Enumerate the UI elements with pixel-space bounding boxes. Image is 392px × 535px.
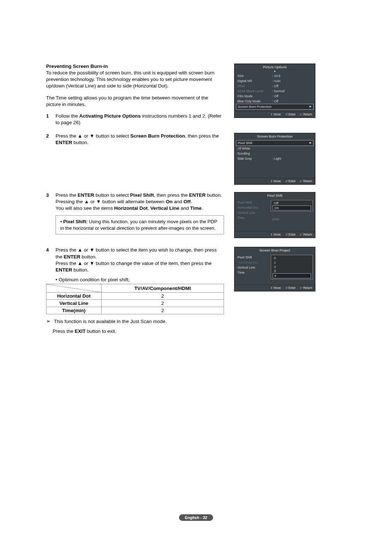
- step-3: 3 Press the ENTER button to select Pixel…: [46, 192, 224, 212]
- step-4: 4 Press the ▲ or ▼ button to select the …: [46, 247, 224, 273]
- exit-instruction: Press the EXIT button to exit.: [53, 328, 224, 335]
- enter-icon: Enter: [285, 286, 296, 290]
- osd-row-dnie: DNIe: Off: [234, 83, 315, 89]
- osd-opt-3[interactable]: 3: [273, 269, 311, 273]
- step-bold: Screen Burn Protection: [130, 133, 185, 139]
- table-col-header: TV/AV/Component/HDMI: [102, 284, 224, 293]
- osd-title: Pixel Shift: [234, 192, 315, 199]
- osd-row-all-white: All White: [234, 146, 315, 151]
- osd-row-pixel-shift[interactable]: Pixel Shift►: [236, 140, 314, 146]
- step-text: Press the ▲ or ▼ button to select: [56, 133, 130, 139]
- section-title: Preventing Screen Burn-in: [46, 64, 224, 69]
- table-corner: [46, 284, 102, 293]
- osd-footer: Move Enter Return: [234, 285, 315, 291]
- osd-left-horizontal-dot: Horizontal Dot: [237, 205, 269, 210]
- chevron-right-icon: ►: [309, 141, 312, 144]
- step-text: button.: [72, 140, 89, 145]
- osd-row-scrolling: Scrolling: [234, 151, 315, 156]
- osd-left-pixel-shift: Pixel Shift: [237, 200, 269, 205]
- step-2: 2 Press the ▲ or ▼ button to select Scre…: [46, 133, 224, 146]
- osd-left-horizontal-dot: Horizontal Dot: [237, 260, 269, 265]
- step-number: 1: [46, 113, 50, 126]
- table-row: Vertical Line 2: [46, 300, 224, 307]
- osd-row-size: Size: 16:9: [234, 73, 315, 78]
- enter-icon: Enter: [285, 179, 296, 183]
- step-number: 3: [46, 192, 50, 212]
- return-icon: Return: [300, 286, 312, 290]
- osd-opt-off[interactable]: Off: [273, 201, 311, 205]
- intro-paragraph-1: To reduce the possibility of screen burn…: [46, 70, 224, 90]
- osd-row-hdmi-black: HDMI Black Level: Normal: [234, 89, 315, 94]
- osd-footer: Move Enter Return: [234, 231, 315, 238]
- step-text: , then press the: [185, 133, 219, 139]
- table-row: Time(min) 2: [46, 307, 224, 314]
- osd-option-box: Off On: [271, 200, 313, 212]
- osd-title: Screen Burn Protection: [234, 133, 315, 139]
- return-icon: Return: [300, 113, 312, 116]
- optimum-condition-table: TV/AV/Component/HDMI Horizontal Dot 2 Ve…: [46, 284, 224, 314]
- osd-left-time: Time: [237, 270, 269, 275]
- note-just-scan: ➢ This function is not available in the …: [46, 317, 224, 325]
- step-text: Follow the: [56, 113, 79, 119]
- pointer-icon: ➢: [46, 317, 53, 325]
- osd-left-pixel-shift: Pixel Shift: [237, 255, 269, 260]
- manual-page: Preventing Screen Burn-in To reduce the …: [0, 0, 392, 535]
- chevron-right-icon: ►: [309, 105, 312, 108]
- osd-left-time: Time: [237, 215, 269, 220]
- return-icon: Return: [300, 179, 312, 183]
- osd-row-screen-burn[interactable]: Screen Burn Protection►: [236, 104, 314, 110]
- step-bold: Activating Picture Options: [79, 113, 141, 119]
- osd-footer: Move Enter Return: [234, 111, 315, 118]
- osd-left-vertical-line: Vertical Line: [237, 210, 269, 215]
- osd-picture-options: Picture Options ▲ Size: 16:9 Digital NR:…: [234, 64, 315, 118]
- move-icon: Move: [270, 179, 281, 183]
- step-number: 2: [46, 133, 50, 146]
- osd-pixel-shift: Pixel Shift Pixel Shift Horizontal Dot V…: [234, 192, 315, 238]
- step-1: 1 Follow the Activating Picture Options …: [46, 113, 224, 126]
- osd-opt-4[interactable]: 4: [273, 273, 311, 278]
- osd-title: Screen Brun Project: [234, 247, 315, 253]
- return-icon: Return: [300, 233, 312, 236]
- move-icon: Move: [270, 113, 281, 116]
- osd-footer: Move Enter Return: [234, 178, 315, 184]
- move-icon: Move: [270, 286, 281, 290]
- osd-option-box: 0 1 2 3 4: [271, 255, 313, 279]
- enter-icon: Enter: [285, 113, 296, 116]
- osd-opt-0[interactable]: 0: [273, 256, 311, 260]
- osd-screen-brun-project: Screen Brun Project Pixel Shift Horizont…: [234, 247, 315, 291]
- table-row: Horizontal Dot 2: [46, 293, 224, 300]
- osd-screen-burn-protection: Screen Burn Protection Pixel Shift► All …: [234, 133, 315, 185]
- bullet-optimum: • Optimum condition for pixel shift;: [56, 277, 224, 282]
- step-number: 4: [46, 247, 50, 273]
- osd-row-film-mode: Film Mode: Off: [234, 94, 315, 99]
- page-footer: English - 32: [179, 514, 213, 521]
- move-icon: Move: [270, 233, 281, 236]
- osd-row-blue-only: Blue Only Mode: Off: [234, 99, 315, 104]
- enter-icon: Enter: [285, 233, 296, 236]
- osd-row-side-gray: Side Gray: Light: [234, 156, 315, 161]
- osd-row-digital-nr: Digital NR: Auto: [234, 78, 315, 83]
- step-bold: ENTER: [56, 140, 72, 145]
- osd-opt-1[interactable]: 1: [273, 260, 311, 265]
- osd-opt-on[interactable]: On: [273, 205, 311, 211]
- osd-time-value: 2min: [271, 217, 313, 222]
- intro-paragraph-2: The Time setting allows you to program t…: [46, 95, 224, 108]
- note-pixel-shift: • Pixel Shift: Using this function, you …: [56, 215, 224, 234]
- osd-opt-2[interactable]: 2: [273, 265, 311, 269]
- scroll-up-icon: ▲: [234, 70, 315, 73]
- osd-left-vertical-line: Vertical Line: [237, 265, 269, 270]
